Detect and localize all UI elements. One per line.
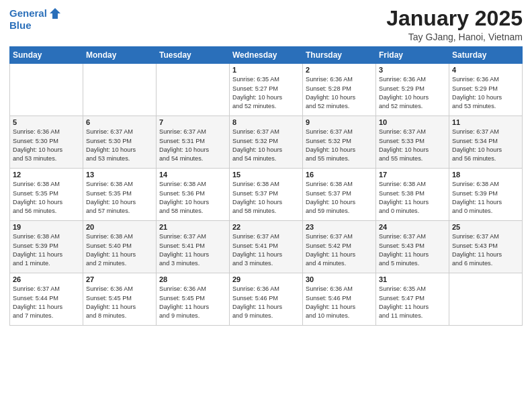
day-info: Sunrise: 6:35 AM Sunset: 5:27 PM Dayligh… (232, 75, 300, 111)
table-row: 26Sunrise: 6:37 AM Sunset: 5:44 PM Dayli… (10, 273, 83, 326)
day-number: 11 (452, 118, 519, 126)
day-number: 17 (379, 171, 446, 179)
day-info: Sunrise: 6:37 AM Sunset: 5:43 PM Dayligh… (379, 232, 446, 268)
day-info: Sunrise: 6:36 AM Sunset: 5:30 PM Dayligh… (13, 128, 80, 163)
day-number: 9 (306, 118, 373, 126)
day-info: Sunrise: 6:37 AM Sunset: 5:30 PM Dayligh… (86, 128, 153, 163)
table-row: 3Sunrise: 6:36 AM Sunset: 5:29 PM Daylig… (376, 64, 449, 116)
day-info: Sunrise: 6:38 AM Sunset: 5:35 PM Dayligh… (86, 180, 153, 216)
col-saturday: Saturday (449, 47, 523, 64)
page: General Blue January 2025 Tay GJang, Han… (0, 0, 532, 411)
logo: General Blue (9, 7, 62, 32)
logo-blue: Blue (9, 20, 62, 32)
table-row: 9Sunrise: 6:37 AM Sunset: 5:32 PM Daylig… (303, 116, 376, 169)
day-info: Sunrise: 6:36 AM Sunset: 5:46 PM Dayligh… (232, 285, 300, 320)
table-row: 13Sunrise: 6:38 AM Sunset: 5:35 PM Dayli… (83, 169, 157, 221)
day-info: Sunrise: 6:38 AM Sunset: 5:37 PM Dayligh… (306, 180, 373, 216)
table-row: 29Sunrise: 6:36 AM Sunset: 5:46 PM Dayli… (230, 273, 303, 326)
day-info: Sunrise: 6:38 AM Sunset: 5:39 PM Dayligh… (13, 232, 80, 268)
table-row: 31Sunrise: 6:35 AM Sunset: 5:47 PM Dayli… (376, 273, 449, 326)
day-number: 25 (452, 223, 519, 231)
table-row: 25Sunrise: 6:37 AM Sunset: 5:43 PM Dayli… (449, 221, 523, 273)
table-row: 16Sunrise: 6:38 AM Sunset: 5:37 PM Dayli… (303, 169, 376, 221)
day-info: Sunrise: 6:36 AM Sunset: 5:28 PM Dayligh… (306, 75, 373, 111)
day-number: 22 (232, 223, 300, 231)
table-row: 22Sunrise: 6:37 AM Sunset: 5:41 PM Dayli… (230, 221, 303, 273)
table-row (157, 64, 230, 116)
day-info: Sunrise: 6:38 AM Sunset: 5:36 PM Dayligh… (159, 180, 226, 216)
table-row (83, 64, 157, 116)
calendar-week-row: 1Sunrise: 6:35 AM Sunset: 5:27 PM Daylig… (10, 64, 523, 116)
day-number: 2 (306, 66, 373, 74)
table-row: 12Sunrise: 6:38 AM Sunset: 5:35 PM Dayli… (10, 169, 83, 221)
day-number: 6 (86, 118, 153, 126)
day-info: Sunrise: 6:37 AM Sunset: 5:32 PM Dayligh… (306, 128, 373, 163)
table-row: 2Sunrise: 6:36 AM Sunset: 5:28 PM Daylig… (303, 64, 376, 116)
table-row: 30Sunrise: 6:36 AM Sunset: 5:46 PM Dayli… (303, 273, 376, 326)
table-row: 6Sunrise: 6:37 AM Sunset: 5:30 PM Daylig… (83, 116, 157, 169)
table-row: 23Sunrise: 6:37 AM Sunset: 5:42 PM Dayli… (303, 221, 376, 273)
day-number: 26 (13, 275, 80, 283)
col-tuesday: Tuesday (157, 47, 230, 64)
day-info: Sunrise: 6:38 AM Sunset: 5:37 PM Dayligh… (232, 180, 300, 216)
day-number: 5 (13, 118, 80, 126)
table-row: 11Sunrise: 6:37 AM Sunset: 5:34 PM Dayli… (449, 116, 523, 169)
calendar-week-row: 26Sunrise: 6:37 AM Sunset: 5:44 PM Dayli… (10, 273, 523, 326)
table-row: 20Sunrise: 6:38 AM Sunset: 5:40 PM Dayli… (83, 221, 157, 273)
table-row: 19Sunrise: 6:38 AM Sunset: 5:39 PM Dayli… (10, 221, 83, 273)
day-info: Sunrise: 6:35 AM Sunset: 5:47 PM Dayligh… (379, 285, 446, 320)
table-row: 24Sunrise: 6:37 AM Sunset: 5:43 PM Dayli… (376, 221, 449, 273)
col-sunday: Sunday (10, 47, 83, 64)
day-number: 31 (379, 275, 446, 283)
table-row: 5Sunrise: 6:36 AM Sunset: 5:30 PM Daylig… (10, 116, 83, 169)
location-subtitle: Tay GJang, Hanoi, Vietnam (386, 32, 523, 42)
table-row: 1Sunrise: 6:35 AM Sunset: 5:27 PM Daylig… (230, 64, 303, 116)
day-info: Sunrise: 6:37 AM Sunset: 5:41 PM Dayligh… (159, 232, 226, 268)
table-row: 15Sunrise: 6:38 AM Sunset: 5:37 PM Dayli… (230, 169, 303, 221)
day-info: Sunrise: 6:37 AM Sunset: 5:42 PM Dayligh… (306, 232, 373, 268)
calendar-week-row: 5Sunrise: 6:36 AM Sunset: 5:30 PM Daylig… (10, 116, 523, 169)
day-info: Sunrise: 6:37 AM Sunset: 5:32 PM Dayligh… (232, 128, 300, 163)
day-number: 30 (306, 275, 373, 283)
day-info: Sunrise: 6:37 AM Sunset: 5:44 PM Dayligh… (13, 285, 80, 320)
day-info: Sunrise: 6:37 AM Sunset: 5:43 PM Dayligh… (452, 232, 519, 268)
day-info: Sunrise: 6:36 AM Sunset: 5:46 PM Dayligh… (306, 285, 373, 320)
day-number: 13 (86, 171, 153, 179)
day-number: 18 (452, 171, 519, 179)
day-info: Sunrise: 6:37 AM Sunset: 5:41 PM Dayligh… (232, 232, 300, 268)
day-number: 1 (232, 66, 300, 74)
table-row: 4Sunrise: 6:36 AM Sunset: 5:29 PM Daylig… (449, 64, 523, 116)
day-number: 19 (13, 223, 80, 231)
day-info: Sunrise: 6:36 AM Sunset: 5:45 PM Dayligh… (86, 285, 153, 320)
day-number: 23 (306, 223, 373, 231)
day-number: 8 (232, 118, 300, 126)
table-row: 17Sunrise: 6:38 AM Sunset: 5:38 PM Dayli… (376, 169, 449, 221)
calendar-week-row: 12Sunrise: 6:38 AM Sunset: 5:35 PM Dayli… (10, 169, 523, 221)
day-number: 14 (159, 171, 226, 179)
day-info: Sunrise: 6:38 AM Sunset: 5:38 PM Dayligh… (379, 180, 446, 216)
col-thursday: Thursday (303, 47, 376, 64)
day-number: 24 (379, 223, 446, 231)
day-number: 27 (86, 275, 153, 283)
day-info: Sunrise: 6:38 AM Sunset: 5:35 PM Dayligh… (13, 180, 80, 216)
day-number: 7 (159, 118, 226, 126)
calendar-header-row: Sunday Monday Tuesday Wednesday Thursday… (10, 47, 523, 64)
month-title: January 2025 (386, 7, 523, 30)
day-number: 3 (379, 66, 446, 74)
day-number: 15 (232, 171, 300, 179)
title-block: January 2025 Tay GJang, Hanoi, Vietnam (386, 7, 523, 42)
day-info: Sunrise: 6:37 AM Sunset: 5:31 PM Dayligh… (159, 128, 226, 163)
calendar: Sunday Monday Tuesday Wednesday Thursday… (9, 46, 523, 326)
day-info: Sunrise: 6:37 AM Sunset: 5:33 PM Dayligh… (379, 128, 446, 163)
header: General Blue January 2025 Tay GJang, Han… (9, 7, 523, 42)
day-info: Sunrise: 6:37 AM Sunset: 5:34 PM Dayligh… (452, 128, 519, 163)
day-number: 20 (86, 223, 153, 231)
table-row (10, 64, 83, 116)
day-info: Sunrise: 6:36 AM Sunset: 5:29 PM Dayligh… (379, 75, 446, 111)
calendar-week-row: 19Sunrise: 6:38 AM Sunset: 5:39 PM Dayli… (10, 221, 523, 273)
table-row: 27Sunrise: 6:36 AM Sunset: 5:45 PM Dayli… (83, 273, 157, 326)
table-row: 8Sunrise: 6:37 AM Sunset: 5:32 PM Daylig… (230, 116, 303, 169)
day-number: 12 (13, 171, 80, 179)
table-row: 14Sunrise: 6:38 AM Sunset: 5:36 PM Dayli… (157, 169, 230, 221)
day-number: 10 (379, 118, 446, 126)
